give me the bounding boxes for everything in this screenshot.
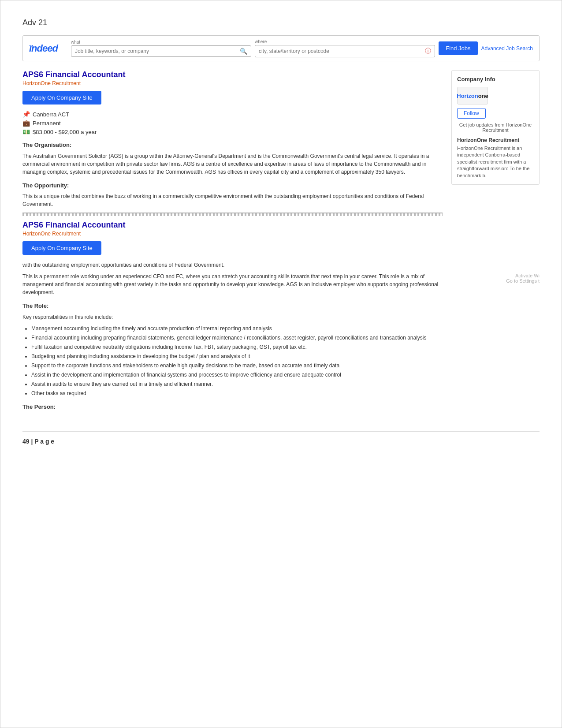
where-input-row: ⓘ	[255, 45, 435, 57]
job1-salary: 💵 $83,000 - $92,000 a year	[22, 128, 443, 135]
advanced-search-link[interactable]: Advanced Job Search	[481, 45, 533, 52]
what-field: what 🔍	[71, 40, 251, 57]
salary-icon: 💵	[22, 128, 30, 135]
job-panel: APS6 Financial Accountant HorizonOne Rec…	[22, 70, 443, 414]
location-pin-icon: 📌	[22, 111, 30, 118]
blur-divider	[22, 213, 443, 216]
company-info-name: HorizonOne Recruitment	[457, 137, 534, 143]
job2-intro-text: with the outstanding employment opportun…	[22, 261, 443, 269]
search-section: what 🔍 where ⓘ Find Jobs Advanced Job Se…	[71, 39, 533, 57]
list-item: Assist in the development and implementa…	[31, 371, 443, 379]
where-field: where ⓘ	[255, 39, 435, 57]
indeed-logo: ïndeed	[29, 43, 58, 54]
list-item: Financial accounting including preparing…	[31, 334, 443, 342]
what-input-row: 🔍	[71, 45, 251, 57]
job1-apply-button[interactable]: Apply On Company Site	[22, 91, 101, 105]
job1-title: APS6 Financial Accountant	[22, 70, 443, 79]
list-item: Other tasks as required	[31, 389, 443, 397]
job2-perm-text: This is a permanent role working under a…	[22, 273, 443, 296]
adv-title: Adv 21	[22, 18, 540, 27]
location-icon: ⓘ	[425, 47, 431, 55]
responsibilities-list: Management accounting including the time…	[22, 325, 443, 397]
follow-button[interactable]: Follow	[457, 108, 486, 119]
job2-apply-button[interactable]: Apply On Company Site	[22, 241, 101, 255]
job1-company-link[interactable]: HorizonOne Recruitment	[22, 80, 443, 86]
activate-windows: Activate Wi Go to Settings t	[451, 273, 540, 284]
what-input[interactable]	[75, 48, 240, 54]
what-label: what	[71, 40, 251, 45]
page-footer: 49 | P a g e	[22, 431, 540, 445]
find-jobs-button[interactable]: Find Jobs	[439, 41, 477, 55]
list-item: Assist in audits to ensure they are carr…	[31, 380, 443, 388]
person-heading: The Person:	[22, 403, 443, 411]
main-content: APS6 Financial Accountant HorizonOne Rec…	[22, 70, 540, 414]
indeed-search-bar: ïndeed what 🔍 where ⓘ Find Jobs Advanced…	[22, 35, 540, 61]
page-wrapper: Adv 21 ïndeed what 🔍 where ⓘ Find Jobs	[0, 0, 562, 728]
list-item: Support to the corporate functions and s…	[31, 362, 443, 370]
company-panel: Company Info Horizonone Follow Get job u…	[451, 70, 540, 414]
role-intro: Key responsibilities in this role includ…	[22, 313, 443, 321]
activate-line1: Activate Wi	[451, 273, 540, 278]
job2-section: APS6 Financial Accountant HorizonOne Rec…	[22, 220, 443, 411]
job1-meta: 📌 Canberra ACT 💼 Permanent 💵 $83,000 - $…	[22, 111, 443, 135]
job1-header: APS6 Financial Accountant HorizonOne Rec…	[22, 70, 443, 111]
job1-type: 💼 Permanent	[22, 119, 443, 127]
where-label: where	[255, 39, 435, 44]
job1-location: 📌 Canberra ACT	[22, 111, 443, 118]
company-info-title: Company Info	[457, 76, 534, 82]
page-number: 49 | P a g e	[22, 438, 54, 445]
org-heading: The Organisation:	[22, 141, 443, 149]
job2-title: APS6 Financial Accountant	[22, 220, 443, 230]
where-input[interactable]	[259, 48, 425, 54]
job2-description: with the outstanding employment opportun…	[22, 261, 443, 411]
list-item: Budgeting and planning including assista…	[31, 352, 443, 360]
role-heading: The Role:	[22, 302, 443, 310]
briefcase-icon: 💼	[22, 119, 30, 127]
list-item: Fulfil taxation and competitive neutrali…	[31, 343, 443, 351]
company-logo: Horizonone	[457, 87, 488, 105]
org-text: The Australian Government Solicitor (AGS…	[22, 152, 443, 176]
search-icon: 🔍	[240, 48, 247, 55]
company-info-desc: HorizonOne Recruitment is an independent…	[457, 145, 534, 179]
opp-heading: The Opportunity:	[22, 181, 443, 190]
company-info-box: Company Info Horizonone Follow Get job u…	[451, 70, 540, 185]
job1-description: The Organisation: The Australian Governm…	[22, 141, 443, 208]
job2-company-link[interactable]: HorizonOne Recruitment	[22, 231, 443, 237]
activate-line2: Go to Settings t	[451, 278, 540, 284]
get-updates-text: Get job updates from HorizonOne Recruitm…	[457, 122, 534, 133]
list-item: Management accounting including the time…	[31, 325, 443, 332]
opp-text: This is a unique role that combines the …	[22, 192, 443, 208]
